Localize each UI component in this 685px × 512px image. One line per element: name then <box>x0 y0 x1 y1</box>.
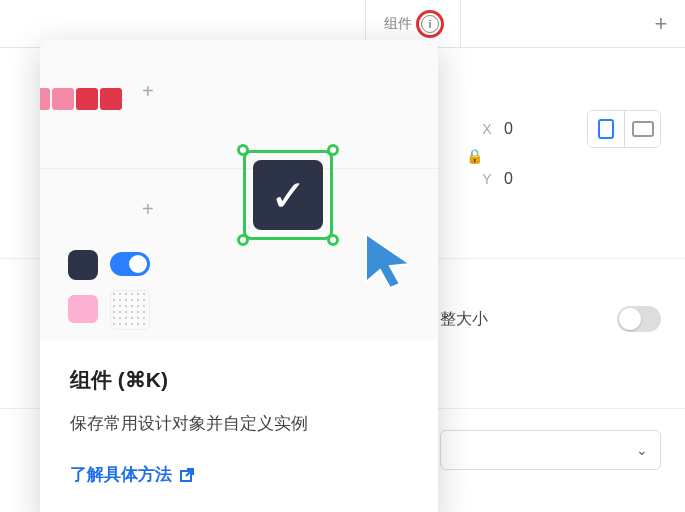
highlight-ring <box>416 10 444 38</box>
lock-icon[interactable]: 🔒 <box>466 148 483 164</box>
sample-component-switch <box>110 252 150 276</box>
y-value: 0 <box>504 170 564 188</box>
tab-label: 组件 <box>384 15 412 33</box>
position-x-field[interactable]: X 0 <box>480 120 564 138</box>
portrait-button[interactable] <box>588 111 624 147</box>
svg-marker-2 <box>366 234 410 288</box>
resize-label: 整大小 <box>440 309 488 330</box>
popover-body: 组件 (⌘K) 保存常用设计对象并自定义实例 了解具体方法 <box>40 340 438 512</box>
sample-component-box <box>68 250 98 280</box>
learn-more-link[interactable]: 了解具体方法 <box>70 463 194 486</box>
swatch-red <box>100 88 122 110</box>
add-tab-button[interactable]: + <box>637 0 685 47</box>
resize-handle <box>327 144 339 156</box>
y-label: Y <box>480 171 494 187</box>
popover-title: 组件 (⌘K) <box>70 366 408 394</box>
sample-component-grid <box>110 290 150 330</box>
resize-handle <box>327 234 339 246</box>
svg-rect-1 <box>633 122 653 136</box>
orientation-toggle <box>587 110 661 148</box>
resize-handle <box>237 234 249 246</box>
components-popover: + + ✓ 组件 (⌘K) 保存常用设计对象并自定义实例 了解具体方法 <box>40 40 438 512</box>
dropdown-field[interactable]: ⌄ <box>440 430 661 470</box>
swatch-pink <box>52 88 74 110</box>
swatch-red <box>76 88 98 110</box>
landscape-button[interactable] <box>624 111 660 147</box>
chevron-down-icon: ⌄ <box>636 442 648 458</box>
link-label: 了解具体方法 <box>70 463 172 486</box>
color-swatches <box>40 88 122 110</box>
plus-icon: + <box>142 80 154 103</box>
checkbox-fill: ✓ <box>253 160 323 230</box>
selected-checkbox-component: ✓ <box>235 142 341 248</box>
cursor-icon <box>360 230 416 294</box>
sample-component-pill <box>68 295 98 323</box>
popover-illustration: + + ✓ <box>40 40 438 340</box>
check-icon: ✓ <box>270 170 307 221</box>
resize-row: 整大小 <box>440 306 661 332</box>
external-link-icon <box>180 468 194 482</box>
x-value: 0 <box>504 120 564 138</box>
x-label: X <box>480 121 494 137</box>
popover-description: 保存常用设计对象并自定义实例 <box>70 412 408 435</box>
info-icon-highlight: i <box>418 12 442 36</box>
swatch-pink <box>40 88 50 110</box>
svg-rect-0 <box>599 120 613 138</box>
resize-handle <box>237 144 249 156</box>
position-y-field[interactable]: Y 0 <box>480 170 564 188</box>
plus-icon: + <box>142 198 154 221</box>
resize-toggle[interactable] <box>617 306 661 332</box>
